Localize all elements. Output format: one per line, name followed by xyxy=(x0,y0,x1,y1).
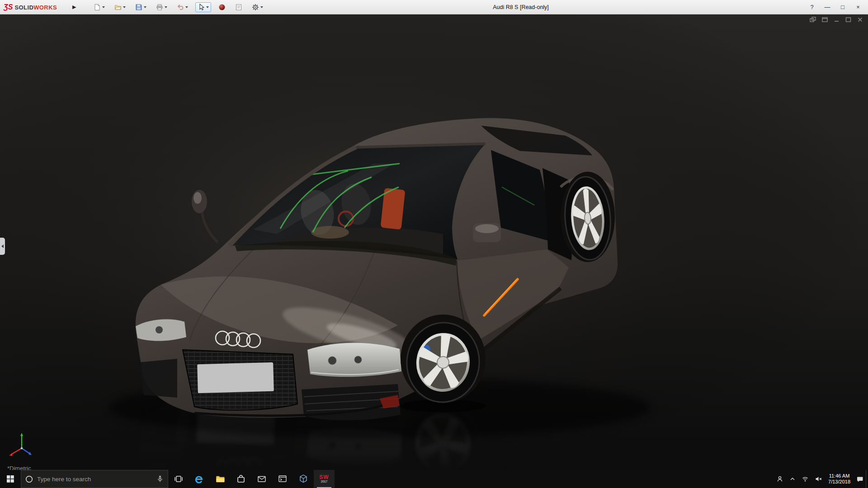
appearance-sphere-button[interactable] xyxy=(216,2,228,12)
mail-icon xyxy=(256,474,267,484)
logo-text-solid: SOLID xyxy=(14,4,33,11)
wifi-icon xyxy=(802,475,809,483)
titlebar: ƷS SOLIDWORKS ▶ xyxy=(0,0,868,14)
microphone-icon[interactable] xyxy=(156,475,164,483)
select-tool-button[interactable] xyxy=(195,2,211,12)
command-prompt-button[interactable] xyxy=(272,470,293,488)
action-center-button[interactable] xyxy=(856,475,864,483)
command-prompt-icon xyxy=(277,474,288,484)
task-view-icon xyxy=(173,474,184,484)
window-controls: ? — □ × xyxy=(806,2,864,13)
close-button[interactable]: × xyxy=(852,2,864,13)
window-title: Audi R8 S [Read-only] xyxy=(493,4,549,10)
start-button[interactable] xyxy=(0,470,21,488)
document-window-controls xyxy=(810,17,863,23)
edge-icon xyxy=(194,474,205,484)
taskbar-search-box[interactable] xyxy=(21,470,168,488)
orientation-triad-icon xyxy=(7,430,37,460)
system-tray: 11:46 AM 7/13/2018 xyxy=(774,470,866,488)
store-bag-icon xyxy=(236,474,246,484)
task-view-button[interactable] xyxy=(168,470,189,488)
dropdown-caret-icon[interactable] xyxy=(102,6,105,8)
dropdown-caret-icon[interactable] xyxy=(165,6,167,8)
viewport-cascade-button[interactable] xyxy=(810,17,816,23)
open-button[interactable] xyxy=(112,2,128,12)
quick-access-toolbar xyxy=(91,2,265,12)
desktop-screen: ƷS SOLIDWORKS ▶ xyxy=(0,0,868,488)
save-icon xyxy=(135,4,142,11)
dropdown-caret-icon[interactable] xyxy=(144,6,146,8)
properties-sheet-button[interactable] xyxy=(233,2,245,12)
print-button[interactable] xyxy=(154,2,170,12)
windows-taskbar: SW 2017 11:46 AM 7/13/2018 xyxy=(0,470,868,488)
chevron-up-icon xyxy=(789,476,796,482)
file-explorer-icon xyxy=(215,474,226,484)
clock-time: 11:46 AM xyxy=(828,473,850,479)
volume-tray-button[interactable] xyxy=(815,475,822,483)
viewport-maximize-button[interactable] xyxy=(845,17,852,23)
mail-button[interactable] xyxy=(251,470,272,488)
file-explorer-button[interactable] xyxy=(210,470,231,488)
clock-date: 7/13/2018 xyxy=(828,479,850,485)
properties-sheet-icon xyxy=(235,4,242,11)
dropdown-caret-icon[interactable] xyxy=(185,6,188,8)
view-orientation-label: *Dimetric xyxy=(7,465,31,470)
select-cursor-icon xyxy=(198,4,205,11)
viewport-minimize-button[interactable] xyxy=(833,17,840,23)
dropdown-caret-icon[interactable] xyxy=(260,6,263,8)
chevron-left-icon xyxy=(1,244,4,248)
solidworks-app-icon: SW 2017 xyxy=(319,474,329,483)
cortana-circle-icon xyxy=(25,475,33,483)
action-center-icon xyxy=(856,475,864,483)
windows-logo-icon xyxy=(5,474,16,484)
maximize-button[interactable]: □ xyxy=(836,2,849,13)
dropdown-caret-icon[interactable] xyxy=(123,6,126,8)
undo-icon xyxy=(177,4,184,11)
options-button[interactable] xyxy=(250,2,265,12)
help-button[interactable]: ? xyxy=(806,2,818,13)
cube-app-icon xyxy=(298,474,309,484)
solidworks-taskbar-button[interactable]: SW 2017 xyxy=(314,470,335,488)
search-input[interactable] xyxy=(37,476,152,483)
new-document-button[interactable] xyxy=(91,2,107,12)
viewport-close-button[interactable] xyxy=(857,17,863,23)
sw-badge-text: SW xyxy=(319,474,329,480)
dropdown-caret-icon[interactable] xyxy=(206,6,209,8)
logo-text-works: WORKS xyxy=(33,4,57,11)
graphics-area[interactable]: *Dimetric xyxy=(0,14,868,470)
network-tray-button[interactable] xyxy=(802,475,809,483)
store-button[interactable] xyxy=(231,470,251,488)
print-icon xyxy=(156,4,163,11)
appearance-sphere-icon xyxy=(218,4,226,11)
people-icon xyxy=(776,475,783,483)
3d-scene[interactable] xyxy=(0,14,868,470)
open-folder-icon xyxy=(114,4,122,11)
new-document-icon xyxy=(94,4,101,11)
toolbar-expand-button[interactable]: ▶ xyxy=(72,4,76,10)
undo-button[interactable] xyxy=(175,2,190,12)
solidworks-logo: ƷS SOLIDWORKS xyxy=(4,3,71,11)
hidden-icons-button[interactable] xyxy=(789,476,796,482)
dassault-logo-icon: ƷS xyxy=(4,3,13,11)
sw-badge-year: 2017 xyxy=(321,480,327,483)
options-gear-icon xyxy=(252,4,259,11)
cube-app-button[interactable] xyxy=(293,470,314,488)
edge-browser-button[interactable] xyxy=(189,470,210,488)
minimize-button[interactable]: — xyxy=(821,2,834,13)
taskbar-clock[interactable]: 11:46 AM 7/13/2018 xyxy=(828,473,850,485)
viewport-float-button[interactable] xyxy=(821,17,828,23)
people-tray-button[interactable] xyxy=(776,475,783,483)
featuremanager-collapse-tab[interactable] xyxy=(0,238,5,255)
save-button[interactable] xyxy=(133,2,149,12)
volume-muted-icon xyxy=(815,475,822,483)
show-desktop-strip[interactable] xyxy=(866,470,868,488)
